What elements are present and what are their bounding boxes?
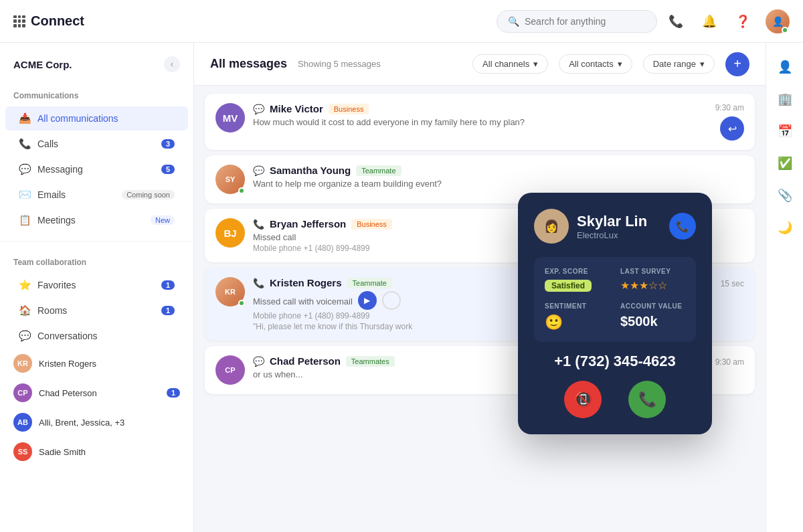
sidebar-item-meetings[interactable]: 📋 Meetings New <box>5 208 188 232</box>
message-card-mike-victor[interactable]: MV 💬 Mike Victor Business How much would… <box>205 94 755 150</box>
chevron-down-icon: ▾ <box>533 59 538 69</box>
play-button[interactable]: ▶ <box>358 291 377 310</box>
collapse-button[interactable]: ‹ <box>164 56 180 72</box>
grid-icon <box>13 15 25 27</box>
rs-moon-icon[interactable]: 🌙 <box>772 214 798 241</box>
conv-item-kristen[interactable]: KR Kristen Rogers <box>0 349 193 378</box>
popup-company: ElectroLux <box>577 230 647 240</box>
chevron-down-icon-2: ▾ <box>618 59 622 69</box>
exp-score-label: EXP. SCORE <box>545 268 610 275</box>
channel-icon-kristen: 📞 <box>253 278 264 288</box>
channel-icon-bryan: 📞 <box>253 219 264 230</box>
emails-badge: Coming soon <box>122 190 175 199</box>
rs-checklist-icon[interactable]: ✅ <box>772 150 798 177</box>
sidebar-item-all-communications[interactable]: 📥 All communications <box>5 106 188 130</box>
user-avatar-container: 👤 <box>766 9 790 33</box>
all-channels-label: All channels <box>482 59 529 69</box>
date-range-label: Date range <box>653 59 696 69</box>
msg-name-samantha: Samantha Young <box>270 165 351 176</box>
communications-section-title: Communications <box>0 86 193 106</box>
popup-contact-info: Skylar Lin ElectroLux <box>577 213 647 240</box>
all-contacts-label: All contacts <box>569 59 613 69</box>
account-value-metric: ACCOUNT VALUE $500k <box>620 302 685 331</box>
rs-calendar-icon[interactable]: 📅 <box>772 118 798 145</box>
popup-phone-number: +1 (732) 345-4623 <box>534 353 696 370</box>
call-accept-button[interactable]: 📞 <box>628 381 666 418</box>
msg-time-mike: 9:30 am <box>715 103 744 112</box>
conversations-label: Conversations <box>37 331 175 341</box>
filter-date-range[interactable]: Date range ▾ <box>643 54 715 74</box>
online-dot-kristen <box>238 300 245 306</box>
popup-avatar: 👩 <box>534 209 569 244</box>
msg-preview-mike: How much would it cost to add everyone i… <box>253 117 707 127</box>
messages-count: Showing 5 messages <box>298 59 381 69</box>
conv-avatar-kristen: KR <box>13 354 32 373</box>
account-value: $500k <box>620 314 685 329</box>
sidebar-item-conversations[interactable]: 💬 Conversations <box>5 324 188 348</box>
reply-button-mike[interactable]: ↩ <box>720 116 744 141</box>
sidebar-item-calls[interactable]: 📞 Calls 3 <box>5 132 188 156</box>
conv-badge-chad: 1 <box>167 388 180 397</box>
sidebar-divider <box>0 241 193 242</box>
conversations-list: KR Kristen Rogers CP Chad Peterson 1 AB … <box>0 349 193 466</box>
msg-preview-samantha: Want to help me organize a team building… <box>253 179 744 189</box>
avatar-mike-victor: MV <box>215 103 245 132</box>
messages-list: MV 💬 Mike Victor Business How much would… <box>194 86 766 532</box>
conv-item-group[interactable]: AB Alli, Brent, Jessica, +3 <box>0 408 193 437</box>
sidebar-item-emails[interactable]: ✉️ Emails Coming soon <box>5 183 188 207</box>
rs-building-icon[interactable]: 🏢 <box>772 86 798 112</box>
phone-icon[interactable]: 📞 <box>665 11 687 32</box>
avatar-container-samantha: SY <box>215 165 245 194</box>
search-bar[interactable]: 🔍 <box>497 10 657 33</box>
bell-icon[interactable]: 🔔 <box>699 11 720 32</box>
channel-icon-mike: 💬 <box>253 104 264 114</box>
exp-score-value: Satisfied <box>545 280 592 292</box>
msg-time-kristen: 15 sec <box>721 279 744 288</box>
popup-header: 👩 Skylar Lin ElectroLux 📞 <box>534 209 696 244</box>
conv-name-chad: Chad Peterson <box>39 388 160 398</box>
messaging-badge: 5 <box>161 165 175 174</box>
emails-label: Emails <box>37 189 115 200</box>
call-end-button[interactable]: 📵 <box>564 381 602 418</box>
msg-tag-kristen: Teammate <box>347 278 392 288</box>
star-rating: ★★★☆☆ <box>620 279 685 292</box>
app-logo: Connect <box>13 13 84 29</box>
add-button[interactable]: + <box>725 52 749 76</box>
calls-badge: 3 <box>161 139 175 149</box>
help-icon[interactable]: ❓ <box>732 11 753 32</box>
sentiment-label: SENTIMENT <box>545 302 610 310</box>
avatar-chad: CP <box>215 355 245 385</box>
meetings-badge: New <box>151 215 175 225</box>
rs-clip-icon[interactable]: 📎 <box>772 182 798 209</box>
msg-preview-kristen: Missed call with voicemail <box>253 296 353 306</box>
app-name: Connect <box>31 13 84 29</box>
msg-name-chad: Chad Peterson <box>270 355 341 367</box>
popup-metrics: EXP. SCORE Satisfied LAST SURVEY ★★★☆☆ S… <box>534 257 696 342</box>
msg-name-mike: Mike Victor <box>270 103 323 114</box>
calls-icon: 📞 <box>19 138 31 150</box>
avatar-online-dot <box>782 27 788 33</box>
popup-call-icon[interactable]: 📞 <box>669 213 696 240</box>
sentiment-emoji: 🙂 <box>545 314 610 331</box>
online-dot-samantha <box>238 187 245 194</box>
sidebar-item-rooms[interactable]: 🏠 Rooms 1 <box>5 298 188 323</box>
msg-body-samantha: 💬 Samantha Young Teammate Want to help m… <box>253 165 744 189</box>
calls-label: Calls <box>37 139 155 149</box>
topbar-icons: 📞 🔔 ❓ 👤 <box>665 9 790 33</box>
conv-item-sadie[interactable]: SS Sadie Smith <box>0 437 193 466</box>
conv-item-chad[interactable]: CP Chad Peterson 1 <box>0 378 193 408</box>
rs-person-icon[interactable]: 👤 <box>772 54 798 80</box>
rooms-icon: 🏠 <box>19 304 31 317</box>
filter-all-contacts[interactable]: All contacts ▾ <box>559 54 632 74</box>
msg-tag-bryan: Business <box>351 219 392 230</box>
msg-tag-samantha: Teammate <box>356 165 401 176</box>
msg-tag-mike: Business <box>329 104 369 114</box>
conv-name-group: Alli, Brent, Jessica, +3 <box>39 418 180 428</box>
content-area: All messages Showing 5 messages All chan… <box>194 43 766 532</box>
sidebar-item-messaging[interactable]: 💬 Messaging 5 <box>5 157 188 181</box>
msg-tag-chad: Teammates <box>346 356 395 367</box>
emails-icon: ✉️ <box>19 189 31 201</box>
sidebar-item-favorites[interactable]: ⭐ Favorites 1 <box>5 273 188 297</box>
search-input[interactable] <box>525 16 646 27</box>
filter-all-channels[interactable]: All channels ▾ <box>472 54 548 74</box>
